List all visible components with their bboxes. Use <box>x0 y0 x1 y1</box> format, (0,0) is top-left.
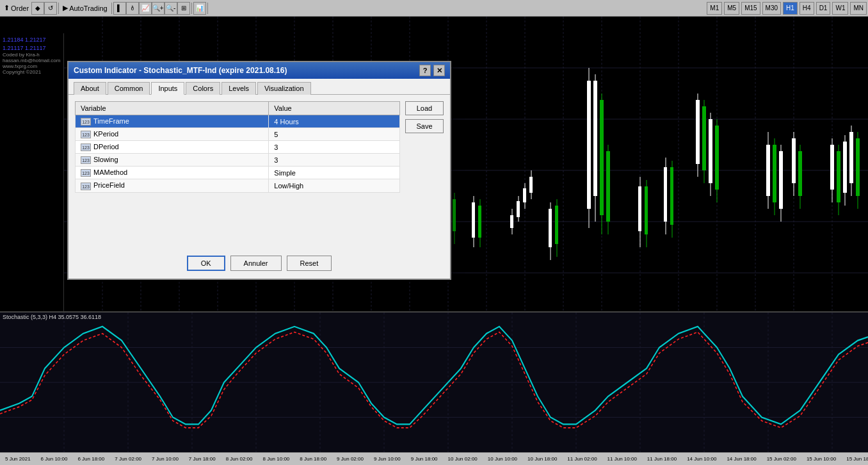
timeframe-h4[interactable]: H4 <box>800 2 814 15</box>
value-cell: 4 Hours <box>269 115 400 128</box>
svg-rect-56 <box>792 138 796 183</box>
svg-rect-66 <box>849 132 853 183</box>
timeframe-m15[interactable]: M15 <box>741 2 760 15</box>
timeframe-mn[interactable]: MN <box>850 2 867 15</box>
stochastic-chart <box>0 313 868 452</box>
value-cell: 3 <box>269 154 400 167</box>
dialog-body: Variable Value 123TimeFrame 4 Hours 123K… <box>68 95 450 250</box>
toolbar-chart-line[interactable]: 📈 <box>139 2 152 15</box>
svg-rect-112 <box>670 167 673 225</box>
timeline-date-6: 8 Jun 02:00 <box>221 456 258 462</box>
col-value: Value <box>269 102 400 115</box>
tab-visualization[interactable]: Visualization <box>257 82 311 95</box>
variable-cell: 123DPeriod <box>76 141 269 154</box>
indicator-dialog[interactable]: Custom Indicator - Stochastic_MTF-Ind (e… <box>67 61 451 280</box>
toolbar-grid[interactable]: ⊞ <box>177 2 190 15</box>
svg-rect-44 <box>702 106 706 170</box>
value-cell: 3 <box>269 141 400 154</box>
timeline-date-0: 5 Jun 2021 <box>0 456 36 462</box>
timeframe-h1[interactable]: H1 <box>783 2 798 15</box>
toolbar-indicators[interactable]: 📊 <box>193 2 206 15</box>
autotrading-btn[interactable]: ▶ AutoTrading <box>60 3 110 13</box>
separator-1 <box>58 3 59 14</box>
table-row[interactable]: 123TimeFrame 4 Hours <box>76 115 400 128</box>
separator-3 <box>191 3 192 14</box>
svg-rect-48 <box>715 126 719 190</box>
type-icon: 123 <box>81 156 91 164</box>
load-button[interactable]: Load <box>405 101 444 115</box>
svg-rect-60 <box>830 145 834 190</box>
svg-rect-58 <box>798 151 802 196</box>
toolbar-chart-candle[interactable]: 🕯 <box>126 2 139 15</box>
tab-about[interactable]: About <box>74 82 106 95</box>
timeline-date-17: 11 Jun 18:00 <box>642 456 682 462</box>
tab-levels[interactable]: Levels <box>221 82 256 95</box>
toolbar-chart-bar[interactable]: ▌ <box>113 2 126 15</box>
toolbar-zoom-in[interactable]: 🔍+ <box>152 2 165 15</box>
side-buttons: Load Save <box>405 101 444 244</box>
timeframe-m30[interactable]: M30 <box>762 2 781 15</box>
timeline-date-21: 15 Jun 10:00 <box>801 456 841 462</box>
tab-common[interactable]: Common <box>108 82 150 95</box>
variable-cell: 123PriceField <box>76 179 269 192</box>
dialog-title: Custom Indicator - Stochastic_MTF-Ind (e… <box>74 66 417 75</box>
type-icon: 123 <box>81 169 91 177</box>
table-row[interactable]: 123MAMethod Simple <box>76 167 400 179</box>
timeline-date-14: 10 Jun 18:00 <box>522 456 562 462</box>
svg-rect-34 <box>587 81 591 209</box>
timeline-date-4: 7 Jun 10:00 <box>147 456 184 462</box>
timeline-date-2: 6 Jun 18:00 <box>72 456 109 462</box>
svg-rect-28 <box>517 201 520 217</box>
tab-colors[interactable]: Colors <box>186 82 220 95</box>
svg-rect-26 <box>510 215 513 228</box>
timeframe-m5[interactable]: M5 <box>724 2 739 15</box>
svg-rect-40 <box>606 151 610 222</box>
svg-rect-30 <box>523 188 526 202</box>
svg-rect-36 <box>593 81 597 196</box>
timeframe-m1[interactable]: M1 <box>707 2 722 15</box>
separator-4 <box>207 3 208 14</box>
reset-button[interactable]: Reset <box>287 256 332 271</box>
dialog-titlebar: Custom Indicator - Stochastic_MTF-Ind (e… <box>68 62 450 79</box>
order-btn[interactable]: ⬆ Order <box>1 3 31 13</box>
table-row[interactable]: 123Slowing 3 <box>76 154 400 167</box>
cancel-button[interactable]: Annuler <box>230 256 282 271</box>
svg-rect-32 <box>529 177 533 193</box>
tab-inputs[interactable]: Inputs <box>151 82 184 95</box>
svg-rect-42 <box>696 100 700 164</box>
variable-cell: 123TimeFrame <box>76 115 269 128</box>
separator-2 <box>111 3 112 14</box>
svg-rect-110 <box>664 167 667 222</box>
table-row[interactable]: 123DPeriod 3 <box>76 141 400 154</box>
timeline-date-13: 10 Jun 10:00 <box>483 456 522 462</box>
timeline-date-16: 11 Jun 10:00 <box>602 456 642 462</box>
svg-rect-102 <box>549 209 552 247</box>
timeline-date-5: 7 Jun 18:00 <box>184 456 221 462</box>
svg-rect-104 <box>555 206 558 244</box>
inputs-table: Variable Value 123TimeFrame 4 Hours 123K… <box>75 101 400 193</box>
save-button[interactable]: Save <box>405 119 444 133</box>
dialog-help-button[interactable]: ? <box>419 65 431 76</box>
timeline-date-12: 10 Jun 02:00 <box>443 456 483 462</box>
value-cell: Simple <box>269 167 400 179</box>
timeline-date-8: 8 Jun 18:00 <box>294 456 332 462</box>
toolbar-zoom-out[interactable]: 🔍- <box>165 2 177 15</box>
svg-rect-106 <box>638 186 641 231</box>
svg-rect-50 <box>766 145 770 196</box>
timeframe-d1[interactable]: D1 <box>816 2 831 15</box>
timeframe-w1[interactable]: W1 <box>832 2 848 15</box>
table-row[interactable]: 123PriceField Low/High <box>76 179 400 192</box>
toolbar-btn-2[interactable]: ↺ <box>44 2 57 15</box>
variable-cell: 123Slowing <box>76 154 269 167</box>
stochastic-label: Stochastic (5,3,3) H4 35.0575 36.6118 <box>3 314 101 320</box>
value-cell: 5 <box>269 128 400 141</box>
ok-button[interactable]: OK <box>187 256 225 271</box>
dialog-close-button[interactable]: ✕ <box>433 65 445 76</box>
symbol-price: 1.21184 1.21217 1.21117 1.21117 <box>3 36 61 52</box>
toolbar-btn-1[interactable]: ◆ <box>31 2 44 15</box>
table-row[interactable]: 123KPeriod 5 <box>76 128 400 141</box>
order-icon: ⬆ <box>4 4 10 12</box>
svg-rect-46 <box>709 119 712 183</box>
col-variable: Variable <box>76 102 269 115</box>
timeline-date-20: 15 Jun 02:00 <box>762 456 801 462</box>
